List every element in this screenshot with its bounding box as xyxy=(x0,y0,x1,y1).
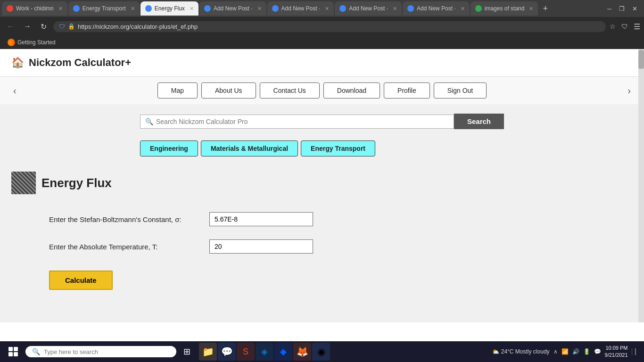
calculate-button[interactable]: Calculate xyxy=(49,271,113,290)
absolute-temperature-label: Enter the Absolute Temperature, T: xyxy=(49,243,200,251)
tab-favicon-energy-flux xyxy=(145,5,152,12)
lock-icon: 🔒 xyxy=(68,23,75,30)
form-section: Enter the Stefan-Boltzmann's Constant, σ… xyxy=(11,208,413,294)
tab-add-post-1[interactable]: Add New Post · ✕ xyxy=(199,1,266,16)
tab-favicon-work xyxy=(7,5,13,12)
thumbnail-image xyxy=(11,172,36,194)
bookmarks-bar: Getting Started xyxy=(0,36,644,49)
menu-btn-download[interactable]: Download xyxy=(323,82,380,99)
back-button[interactable]: ← xyxy=(4,21,17,32)
nav-bar: ← → ↻ 🛡 🔒 ☆ 🛡 ☰ xyxy=(0,17,644,36)
calculator-header: Energy Flux xyxy=(11,172,413,194)
tab-close-images[interactable]: ✕ xyxy=(529,6,533,12)
tab-label-energy-flux: Energy Flux xyxy=(155,5,185,12)
tab-close-add-post-4[interactable]: ✕ xyxy=(461,6,465,12)
tab-close-energy-transport[interactable]: ✕ xyxy=(131,6,135,12)
address-bar-container[interactable]: 🛡 🔒 xyxy=(53,21,606,32)
tab-add-post-4[interactable]: Add New Post · ✕ xyxy=(403,1,470,16)
tab-favicon-add-post-2 xyxy=(272,5,279,12)
tab-favicon-add-post-3 xyxy=(339,5,346,12)
hamburger-menu-icon[interactable]: ☰ xyxy=(634,22,640,31)
tab-favicon-energy-transport xyxy=(73,5,80,12)
tab-close-work[interactable]: ✕ xyxy=(58,6,63,12)
search-section: 🔍 Search xyxy=(129,104,515,139)
nav-menu-items: Map About Us Contact Us Download Profile… xyxy=(157,82,487,99)
menu-btn-contact[interactable]: Contact Us xyxy=(260,82,320,99)
calculator-title: Energy Flux xyxy=(41,176,112,190)
site-title: Nickzom Calculator+ xyxy=(29,57,131,69)
tab-work[interactable]: Work - chidimn ✕ xyxy=(2,1,67,16)
tab-images[interactable]: images of stand ✕ xyxy=(471,1,538,16)
menu-btn-profile[interactable]: Profile xyxy=(384,82,430,99)
nav-arrow-right[interactable]: › xyxy=(624,83,635,98)
new-tab-button[interactable]: + xyxy=(539,4,552,14)
close-button[interactable]: ✕ xyxy=(632,5,637,12)
tab-label-energy-transport: Energy Transport xyxy=(83,5,126,12)
absolute-temperature-input[interactable] xyxy=(209,239,313,254)
menu-btn-signout[interactable]: Sign Out xyxy=(434,82,487,99)
search-input-wrap: 🔍 xyxy=(140,115,454,129)
tab-add-post-2[interactable]: Add New Post · ✕ xyxy=(267,1,334,16)
tab-close-energy-flux[interactable]: ✕ xyxy=(190,6,194,12)
shield-plus-icon[interactable]: 🛡 xyxy=(621,23,628,30)
calculator-thumbnail xyxy=(11,172,36,194)
menu-btn-map[interactable]: Map xyxy=(157,82,198,99)
tab-favicon-images xyxy=(475,5,482,12)
home-icon[interactable]: 🏠 xyxy=(11,57,24,69)
stefan-boltzmann-label: Enter the Stefan-Boltzmann's Constant, σ… xyxy=(49,215,200,223)
category-energy-transport[interactable]: Energy Transport xyxy=(301,140,375,156)
tab-label-images: images of stand xyxy=(485,5,525,12)
search-input[interactable] xyxy=(156,118,449,125)
forward-button[interactable]: → xyxy=(21,21,34,32)
window-controls: ─ ❐ ✕ xyxy=(607,5,642,12)
tab-label-add-post-3: Add New Post · xyxy=(349,5,388,12)
tab-close-add-post-2[interactable]: ✕ xyxy=(325,6,329,12)
scrollbar-thumb[interactable] xyxy=(638,50,644,69)
address-input[interactable] xyxy=(78,23,600,30)
firefox-bookmark-icon xyxy=(8,39,15,46)
search-button[interactable]: Search xyxy=(454,114,504,129)
tab-label-add-post-2: Add New Post · xyxy=(281,5,321,12)
bookmark-getting-started[interactable]: Getting Started xyxy=(5,38,58,47)
bookmark-star-icon[interactable]: ☆ xyxy=(610,23,616,30)
nav-menu: ‹ Map About Us Contact Us Download Profi… xyxy=(0,77,644,104)
calculator-section: Energy Flux Enter the Stefan-Boltzmann's… xyxy=(0,164,424,301)
tab-energy-flux[interactable]: Energy Flux ✕ xyxy=(140,1,198,16)
form-row-stefan: Enter the Stefan-Boltzmann's Constant, σ… xyxy=(49,212,413,226)
tab-bar: Work - chidimn ✕ Energy Transport ✕ Ener… xyxy=(0,0,644,17)
tab-label-add-post-1: Add New Post · xyxy=(214,5,253,12)
scrollbar[interactable] xyxy=(638,49,644,322)
nav-arrow-left[interactable]: ‹ xyxy=(9,83,20,98)
page-content: 🏠 Nickzom Calculator+ ‹ Map About Us Con… xyxy=(0,49,644,322)
tab-favicon-add-post-1 xyxy=(204,5,211,12)
tab-label-add-post-4: Add New Post · xyxy=(417,5,456,12)
maximize-button[interactable]: ❐ xyxy=(619,5,625,12)
stefan-boltzmann-input[interactable] xyxy=(209,212,313,226)
refresh-button[interactable]: ↻ xyxy=(38,21,50,32)
search-icon: 🔍 xyxy=(145,118,153,125)
category-tabs: Engineering Materials & Metallurgical En… xyxy=(129,139,515,164)
bookmark-label-getting-started: Getting Started xyxy=(17,39,56,46)
tab-add-post-3[interactable]: Add New Post · ✕ xyxy=(335,1,402,16)
form-row-temperature: Enter the Absolute Temperature, T: xyxy=(49,239,413,254)
category-materials[interactable]: Materials & Metallurgical xyxy=(201,140,298,156)
tab-close-add-post-3[interactable]: ✕ xyxy=(393,6,397,12)
minimize-button[interactable]: ─ xyxy=(607,5,611,12)
tab-energy-transport[interactable]: Energy Transport ✕ xyxy=(68,1,140,16)
shield-icon: 🛡 xyxy=(59,23,65,30)
tab-favicon-add-post-4 xyxy=(407,5,414,12)
tab-label-work: Work - chidimn xyxy=(16,5,54,12)
category-engineering[interactable]: Engineering xyxy=(140,140,198,156)
tab-close-add-post-1[interactable]: ✕ xyxy=(257,6,262,12)
site-header: 🏠 Nickzom Calculator+ xyxy=(0,49,644,77)
menu-btn-about[interactable]: About Us xyxy=(201,82,256,99)
